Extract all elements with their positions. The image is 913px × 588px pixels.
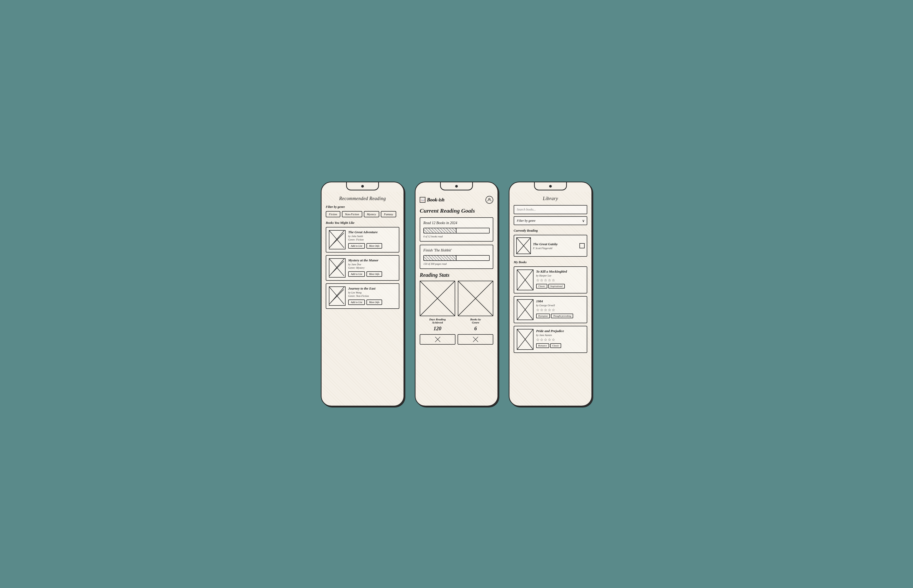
add-to-list-btn-1[interactable]: Add to List: [348, 243, 365, 249]
screen3-title: Library: [514, 196, 587, 201]
goal-card-2: Finish 'The Hobbit' 150 of 300 pages rea…: [420, 245, 493, 269]
star-3-1: ☆: [536, 338, 539, 342]
my-book-card-3: Pride and Prejudice by Jane Austen ☆ ☆ ☆…: [514, 326, 587, 353]
stats-charts: Days ReadingAchieved 120 Books byGenre 6: [420, 281, 493, 331]
currently-reading-card: The Great Gatsby F. Scott Fitzgerald: [514, 235, 587, 257]
more-info-btn-1[interactable]: More Info: [366, 243, 382, 249]
tag-romance: Romance: [536, 343, 549, 348]
book-card-1: The Great Adventure by John Smith Genre:…: [326, 227, 399, 252]
genre-btn-fantasy[interactable]: Fantasy: [381, 211, 396, 217]
stars-3: ☆ ☆ ☆ ☆ ☆: [536, 338, 584, 342]
app-name-text: Book-ish: [427, 197, 445, 203]
add-to-list-btn-3[interactable]: Add to List: [348, 299, 365, 305]
screen3-content: Library Filter by genre Fiction Non-Fict…: [510, 192, 591, 405]
screen1-title: Recommended Reading: [326, 196, 399, 201]
my-book-thumb-3: [517, 329, 534, 350]
book-genre-2: Genre: Mystery: [348, 267, 396, 269]
more-info-btn-3[interactable]: More Info: [366, 299, 382, 305]
my-books-label: My Books: [514, 260, 587, 264]
my-book-card-1: To Kill a Mockingbird by Harper Lee ☆ ☆ …: [514, 267, 587, 294]
genre-filter-group: Fiction Non-Fiction Mystery Fantasy: [326, 211, 399, 217]
star-2-3: ☆: [544, 308, 547, 312]
book-thumb-3: [329, 286, 346, 306]
my-book-info-1: To Kill a Mockingbird by Harper Lee ☆ ☆ …: [536, 270, 584, 290]
goals-title: Current Reading Goals: [420, 207, 493, 214]
my-book-title-3: Pride and Prejudice: [536, 329, 584, 333]
star-3-4: ☆: [548, 338, 551, 342]
stars-2: ☆ ☆ ☆ ☆ ☆: [536, 308, 584, 312]
star-2-5: ☆: [552, 308, 555, 312]
goal-card-1: Read 12 Books in 2024 6 of 12 books read: [420, 217, 493, 242]
star-1-5: ☆: [552, 278, 555, 282]
my-book-info-2: 1984 by George Orwell ☆ ☆ ☆ ☆ ☆ Dystopia…: [536, 299, 584, 320]
book-genre-3: Genre: Non-Fiction: [348, 294, 396, 297]
phone3-bar-volume-down: [509, 223, 510, 233]
book-logo-icon: 📖: [420, 197, 426, 203]
book-actions-2: Add to List More Info: [348, 271, 396, 277]
stat-chart-wrapper-1: Days ReadingAchieved 120: [420, 281, 455, 331]
star-3-5: ☆: [552, 338, 555, 342]
filter-select-wrapper: Filter by genre Fiction Non-Fiction Myst…: [514, 216, 587, 225]
genre-btn-fiction[interactable]: Fiction: [326, 211, 340, 217]
stat-label-2: Books byGenre: [470, 318, 481, 324]
phone-bar-volume-up: [321, 208, 322, 219]
goal-title-2: Finish 'The Hobbit': [423, 248, 490, 252]
screen2-content: 📖 Book-ish Current Reading Goals Read 12…: [416, 192, 497, 405]
progress-fill-2: [424, 256, 456, 260]
profile-icon[interactable]: [486, 196, 493, 204]
currently-reading-author: F. Scott Fitzgerald: [533, 247, 577, 250]
currently-reading-checkbox[interactable]: [580, 243, 584, 248]
screens-container: Recommended Reading Filter by genre Fict…: [321, 182, 592, 406]
book-title-2: Mystery at the Manor: [348, 258, 396, 262]
currently-reading-info: The Great Gatsby F. Scott Fitzgerald: [533, 242, 577, 250]
phone-screen-1: Recommended Reading Filter by genre Fict…: [321, 182, 404, 406]
currently-reading-title: The Great Gatsby: [533, 242, 577, 246]
my-book-card-2: 1984 by George Orwell ☆ ☆ ☆ ☆ ☆ Dystopia…: [514, 296, 587, 323]
star-1-2: ☆: [540, 278, 544, 282]
my-book-author-1: by Harper Lee: [536, 274, 584, 277]
tags-1: Classic Inspirational: [536, 284, 584, 289]
phone3-bar-volume-up: [509, 208, 510, 219]
tag-classic-1: Classic: [536, 284, 547, 289]
phone2-bar-power: [497, 216, 498, 232]
stars-1: ☆ ☆ ☆ ☆ ☆: [536, 278, 584, 282]
book-thumb-1: [329, 230, 346, 249]
svg-point-6: [489, 198, 490, 200]
bottom-nav-item-1[interactable]: [420, 334, 455, 345]
genre-filter-select[interactable]: Filter by genre Fiction Non-Fiction Myst…: [514, 216, 587, 225]
currently-reading-thumb: [516, 237, 531, 254]
book-author-1: by John Smith: [348, 235, 396, 237]
book-author-3: by Lee Wong: [348, 291, 396, 294]
app-logo: 📖 Book-ish: [420, 197, 445, 203]
my-book-author-3: by Jane Austen: [536, 334, 584, 336]
star-3-2: ☆: [540, 338, 544, 342]
stat-chart-img-1: [420, 281, 455, 316]
currently-reading-label: Currently Reading: [514, 229, 587, 233]
progress-text-1: 6 of 12 books read: [423, 235, 490, 238]
book-actions-1: Add to List More Info: [348, 243, 396, 249]
phone-bar-power: [403, 216, 404, 232]
my-book-author-2: by George Orwell: [536, 304, 584, 307]
genre-btn-nonfiction[interactable]: Non-Fiction: [342, 211, 362, 217]
book-genre-1: Genre: Fiction: [348, 238, 396, 241]
search-input[interactable]: [514, 205, 587, 214]
more-info-btn-2[interactable]: More Info: [366, 271, 382, 277]
progress-text-2: 150 of 300 pages read: [423, 262, 490, 265]
my-book-title-2: 1984: [536, 299, 584, 304]
bottom-nav: [420, 334, 493, 345]
book-info-1: The Great Adventure by John Smith Genre:…: [348, 230, 396, 249]
book-actions-3: Add to List More Info: [348, 299, 396, 305]
tag-thoughtprovoking: Thought-provoking: [551, 313, 573, 318]
book-author-2: by Jane Doe: [348, 263, 396, 266]
tags-3: Romance Classic: [536, 343, 584, 348]
star-2-4: ☆: [548, 308, 551, 312]
book-thumb-2: [329, 258, 346, 278]
app-header: 📖 Book-ish: [420, 196, 493, 204]
book-title-3: Journey to the East: [348, 286, 396, 291]
genre-btn-mystery[interactable]: Mystery: [364, 211, 379, 217]
bottom-nav-item-2[interactable]: [458, 334, 493, 345]
progress-bar-1: [423, 228, 490, 233]
book-card-2: Mystery at the Manor by Jane Doe Genre: …: [326, 255, 399, 281]
add-to-list-btn-2[interactable]: Add to List: [348, 271, 365, 277]
phone2-bar-volume-up: [415, 208, 416, 219]
